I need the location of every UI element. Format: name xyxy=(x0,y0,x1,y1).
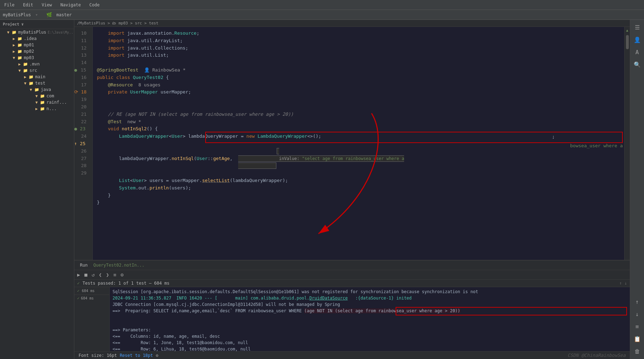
sidebar-item-main[interactable]: ▶ 📁 main xyxy=(0,74,74,80)
overflow-text-top: ; xyxy=(552,134,623,139)
sidebar-label-java: java xyxy=(41,87,51,92)
right-sidebar-copy-icon[interactable]: 📋 xyxy=(632,334,642,344)
breadcrumb-path: /MyBatisPlus > 🗁 mp03 > src > test xyxy=(77,21,159,25)
code-line-10: import javax.annotation.Resource; xyxy=(97,30,630,37)
run-output-line-4: ==> Preparing: SELECT id,name,age,email,… xyxy=(113,308,627,327)
font-bar-left: Font size: 16pt Reset to 18pt ⚙ xyxy=(79,353,159,358)
right-sidebar-menu-icon[interactable]: ☰ xyxy=(633,23,641,32)
branch-name[interactable]: master xyxy=(56,12,71,17)
menu-navigate[interactable]: Navigate xyxy=(59,2,82,8)
code-line-25: lambdaQueryWrapper.notInSql(User::getAge… xyxy=(97,140,630,177)
sidebar-item-idea[interactable]: ▶ 📁 .idea xyxy=(0,35,74,42)
run-left-panel: ✓ 604 ms ✓ 604 ms xyxy=(74,287,110,351)
right-sidebar-list-icon[interactable]: ≡ xyxy=(634,322,640,331)
sidebar-label-mybatisplus: myBatisPlus xyxy=(18,30,46,35)
right-sidebar-translate-icon[interactable]: A xyxy=(634,47,640,57)
sidebar-item-mvn[interactable]: ▶ 📁 .mvn xyxy=(0,61,74,67)
sidebar-header: Project ∨ xyxy=(0,20,74,29)
font-size-label: Font size: 16pt xyxy=(79,353,117,358)
content-area: /MyBatisPlus > 🗁 mp03 > src > test 10 11… xyxy=(74,20,630,359)
code-line-12: import java.util.Collections; xyxy=(97,45,630,52)
run-panel-header: Run QueryTest02.notIn... xyxy=(74,261,630,270)
run-output-line-3: JDBC Connection [com.mysql.cj.jdbc.Conne… xyxy=(113,301,627,308)
editor-run-split: 10 11 12 13 14 ●15 16 17 ⟳18 19 20 21 xyxy=(74,27,630,359)
test-results-bar: ✓ Tests passed: 1 of 1 test – 604 ms ↑ ↓ xyxy=(74,280,630,287)
font-reset-button[interactable]: Reset to 18pt xyxy=(120,353,153,358)
code-line-29: } xyxy=(97,199,630,206)
breadcrumb: /MyBatisPlus > 🗁 mp03 > src > test xyxy=(74,20,630,27)
run-next-btn[interactable]: ❯ xyxy=(105,271,110,278)
settings-icon[interactable]: ⚙ xyxy=(156,353,158,358)
folder-icon-idea: ▶ 📁 xyxy=(13,36,22,41)
run-output-line-8: <== Row: 6, Lihua, 18, test6@baomidou.co… xyxy=(113,346,627,351)
run-stop-btn[interactable]: ■ xyxy=(83,271,88,278)
code-line-28: } xyxy=(97,192,630,199)
menu-bar: File Edit View Navigate Code xyxy=(0,0,644,10)
sidebar-item-mp01[interactable]: ▶ 📁 mp01 xyxy=(0,42,74,48)
run-output-line-5: ==> Parameters: xyxy=(113,327,627,333)
run-rerun-btn[interactable]: ↺ xyxy=(90,271,96,278)
sidebar-label-idea: .idea xyxy=(24,36,36,41)
code-line-24: LambdaQueryWrapper<User> lambdaQueryWrap… xyxy=(97,133,630,140)
run-restart-btn[interactable]: ▶ xyxy=(76,271,81,278)
sidebar-item-mp03[interactable]: ▼ 📁 mp03 xyxy=(0,55,74,61)
folder-icon-mp02: ▶ 📁 xyxy=(13,49,22,54)
sidebar-item-test[interactable]: ▼ 📁 test xyxy=(0,80,74,86)
code-line-11: import java.util.ArrayList; xyxy=(97,37,630,45)
right-sidebar-search-icon[interactable]: 🔍 xyxy=(632,60,642,69)
editor-scrollbar[interactable]: ▲ xyxy=(624,27,630,260)
code-line-21: // RE (age NOT IN (select age from rainb… xyxy=(97,111,630,118)
overflow-text-mid: bowsea_user where a xyxy=(570,143,623,148)
run-left-item[interactable]: ✓ 604 ms xyxy=(74,295,109,302)
sidebar-item-com[interactable]: ▼ 📁 com xyxy=(0,93,74,99)
sidebar-item-rainf[interactable]: ▼ 📁 rainf... xyxy=(0,99,74,106)
menu-view[interactable]: View xyxy=(40,2,53,8)
sidebar-item-java[interactable]: ▼ 📁 java xyxy=(0,86,74,93)
folder-icon-java: ▼ 📁 xyxy=(30,87,39,92)
sidebar-label-rainf: rainf... xyxy=(46,100,67,105)
run-content-area: ✓ 604 ms ✓ 604 ms SqlSession [org.apache… xyxy=(74,287,630,351)
font-bar: Font size: 16pt Reset to 18pt ⚙ CSDN @Ch… xyxy=(74,351,630,359)
folder-icon-mp03: ▼ 📁 xyxy=(13,56,22,60)
run-filter-btn[interactable]: ≡ xyxy=(112,271,117,278)
code-content[interactable]: import javax.annotation.Resource; import… xyxy=(93,27,630,260)
menu-edit[interactable]: Edit xyxy=(22,2,35,8)
sidebar-label-mp01: mp01 xyxy=(24,42,34,47)
editor-area[interactable]: 10 11 12 13 14 ●15 16 17 ⟳18 19 20 21 xyxy=(74,27,630,260)
run-output[interactable]: SqlSession [org.apache.ibatis.session.de… xyxy=(110,287,630,351)
run-file-label: QueryTest02.notIn... xyxy=(93,263,145,268)
csdn-watermark: CSDN @ChinaRainbowSea xyxy=(568,353,626,358)
folder-icon-src: ▼ 📁 xyxy=(18,68,28,73)
code-line-15: @SpringBootTest 👤 RainbowSea * xyxy=(97,67,630,74)
run-prev-btn[interactable]: ❮ xyxy=(97,271,103,278)
run-panel: Run QueryTest02.notIn... ▶ ■ ↺ ❮ ❯ ≡ ⚙ ✓… xyxy=(74,260,630,359)
test-pass-icon: ✓ xyxy=(77,281,80,286)
run-output-line-1: SqlSession [org.apache.ibatis.session.de… xyxy=(113,289,627,295)
main-layout: Project ∨ ▼ 📁 myBatisPlus E:\Java\My... … xyxy=(0,20,644,359)
folder-icon-n: ▶ 📁 xyxy=(35,107,45,111)
sidebar: Project ∨ ▼ 📁 myBatisPlus E:\Java\My... … xyxy=(0,20,74,359)
menu-file[interactable]: File xyxy=(3,2,16,8)
folder-icon-com: ▼ 📁 xyxy=(35,94,45,98)
run-toolbar: ▶ ■ ↺ ❮ ❯ ≡ ⚙ xyxy=(74,270,630,280)
project-name[interactable]: myBatisPlus xyxy=(3,12,31,17)
run-settings-btn[interactable]: ⚙ xyxy=(119,271,125,278)
menu-code[interactable]: Code xyxy=(88,2,101,8)
code-line-22: @Test new * xyxy=(97,118,630,126)
sidebar-item-src[interactable]: ▼ 📁 src xyxy=(0,67,74,74)
folder-icon-main: ▶ 📁 xyxy=(24,75,34,79)
code-line-19 xyxy=(97,96,630,103)
right-sidebar-up-arrow[interactable]: ↑ xyxy=(634,297,640,307)
run-tab[interactable]: Run xyxy=(77,262,91,268)
right-sidebar-down-arrow[interactable]: ↓ xyxy=(634,309,640,319)
right-sidebar-delete-icon[interactable]: 🗑 xyxy=(633,347,642,356)
right-sidebar-user-icon[interactable]: 👤 xyxy=(632,35,642,45)
sidebar-item-n[interactable]: ▶ 📁 n... xyxy=(0,106,74,112)
sidebar-item-mp02[interactable]: ▶ 📁 mp02 xyxy=(0,48,74,55)
sidebar-item-mybatisplus[interactable]: ▼ 📁 myBatisPlus E:\Java\My... xyxy=(0,29,74,35)
sidebar-label-mvn: .mvn xyxy=(29,62,40,67)
folder-icon-test: ▼ 📁 xyxy=(24,81,34,86)
sidebar-label-src: src xyxy=(29,68,37,73)
run-left-header: ✓ 604 ms xyxy=(74,287,109,295)
line-numbers: 10 11 12 13 14 ●15 16 17 ⟳18 19 20 21 xyxy=(74,27,93,260)
